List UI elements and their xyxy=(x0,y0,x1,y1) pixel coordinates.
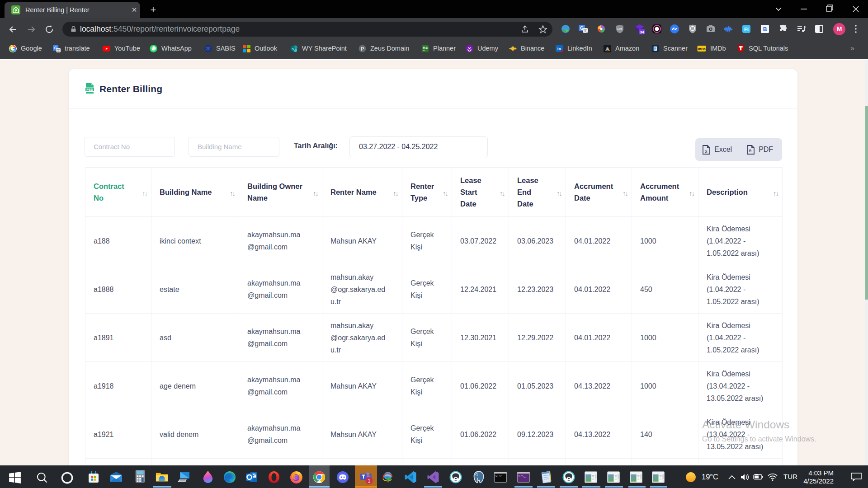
svg-text:C:\>_: C:\>_ xyxy=(495,474,504,478)
svg-text:1: 1 xyxy=(368,478,371,483)
svg-text:文: 文 xyxy=(57,48,61,52)
svg-text:in: in xyxy=(557,46,561,51)
svg-text:文: 文 xyxy=(583,28,587,33)
svg-text:34: 34 xyxy=(640,30,644,34)
svg-text:IMDb: IMDb xyxy=(698,47,706,51)
svg-text:B: B xyxy=(763,26,767,33)
svg-text:s: s xyxy=(292,47,294,51)
svg-text:x: x xyxy=(705,149,707,154)
svg-text:FI: FI xyxy=(744,27,749,32)
svg-text:P: P xyxy=(361,46,364,51)
svg-text:PSD: PSD xyxy=(86,88,93,91)
svg-text:uO: uO xyxy=(617,27,622,31)
svg-text:a: a xyxy=(606,46,609,51)
svg-text:C:\_: C:\_ xyxy=(519,475,526,478)
